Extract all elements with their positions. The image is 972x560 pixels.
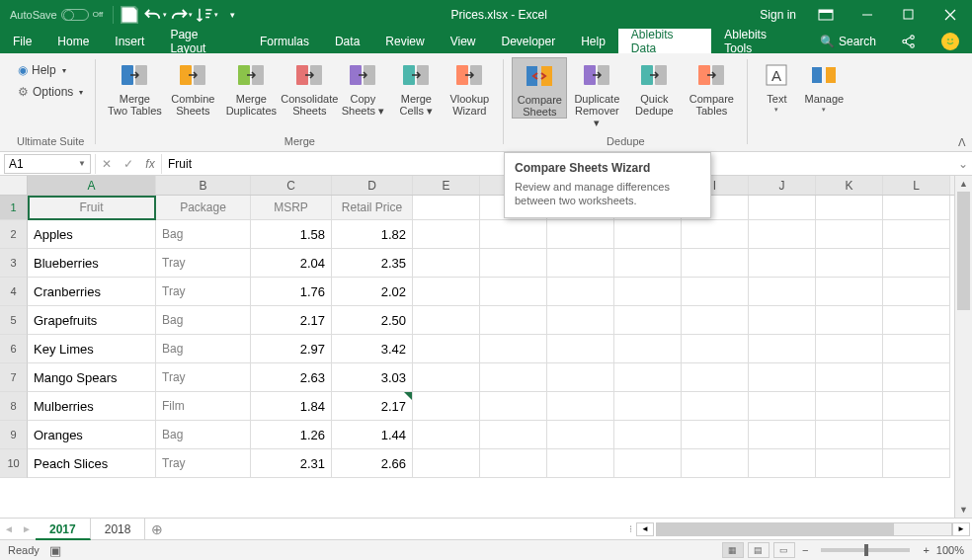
cell[interactable]	[816, 306, 883, 335]
cell[interactable]: 3.03	[332, 363, 413, 392]
column-header-D[interactable]: D	[332, 176, 413, 195]
cell[interactable]: 2.04	[251, 249, 332, 278]
cell[interactable]	[547, 335, 614, 363]
header-cell-package[interactable]: Package	[156, 196, 251, 220]
scroll-thumb[interactable]	[957, 192, 970, 310]
sheet-tab-2018[interactable]: 2018	[91, 519, 146, 540]
collapse-ribbon-icon[interactable]: ᐱ	[958, 136, 966, 149]
sheet-tab-2017[interactable]: 2017	[36, 519, 91, 540]
merge-duplicates-button[interactable]: MergeDuplicates	[220, 57, 282, 117]
cell[interactable]	[749, 220, 816, 249]
cell[interactable]: Apples	[28, 220, 156, 249]
close-button[interactable]	[932, 0, 968, 29]
cell[interactable]	[547, 363, 614, 392]
cell[interactable]	[749, 196, 816, 220]
cell[interactable]	[547, 249, 614, 278]
cell[interactable]	[413, 220, 480, 249]
combine-sheets-button[interactable]: CombineSheets	[167, 57, 218, 117]
cell[interactable]	[413, 196, 480, 220]
select-all-corner[interactable]	[0, 176, 28, 195]
cell[interactable]	[816, 392, 883, 421]
sheet-nav-prev[interactable]: ◄	[0, 523, 18, 534]
cell[interactable]	[682, 449, 749, 478]
cell[interactable]	[547, 392, 614, 421]
cell[interactable]	[682, 278, 749, 306]
cell[interactable]	[749, 335, 816, 363]
sort-icon[interactable]: ▾	[195, 3, 218, 27]
cell[interactable]	[413, 392, 480, 421]
cell[interactable]: Cranberries	[28, 278, 156, 306]
cell[interactable]: 2.35	[332, 249, 413, 278]
cell[interactable]	[547, 220, 614, 249]
row-header-8[interactable]: 8	[0, 392, 28, 421]
cell[interactable]	[816, 363, 883, 392]
cell[interactable]	[816, 220, 883, 249]
column-header-L[interactable]: L	[883, 176, 950, 195]
cell[interactable]: Tray	[156, 249, 251, 278]
tab-help[interactable]: Help	[568, 29, 618, 53]
tab-ablebits-tools[interactable]: Ablebits Tools	[711, 29, 807, 53]
tab-data[interactable]: Data	[322, 29, 372, 53]
cell[interactable]	[480, 363, 547, 392]
duplicate-remover-button[interactable]: DuplicateRemover ▾	[569, 57, 624, 128]
cell[interactable]	[883, 220, 950, 249]
cell[interactable]	[480, 220, 547, 249]
cell[interactable]	[883, 278, 950, 306]
cell[interactable]	[816, 421, 883, 449]
cell[interactable]	[413, 335, 480, 363]
view-page-break-icon[interactable]: ▭	[773, 542, 795, 558]
options-button[interactable]: ⚙Options▾	[14, 81, 87, 103]
cell[interactable]	[749, 449, 816, 478]
cell[interactable]: Tray	[156, 449, 251, 478]
zoom-level[interactable]: 100%	[936, 544, 964, 556]
cell[interactable]: 1.58	[251, 220, 332, 249]
merge-two-tables-button[interactable]: MergeTwo Tables	[104, 57, 165, 117]
column-header-B[interactable]: B	[156, 176, 251, 195]
cell[interactable]	[749, 249, 816, 278]
scroll-down-icon[interactable]: ▼	[955, 502, 972, 518]
cell[interactable]	[682, 363, 749, 392]
share-button[interactable]	[889, 35, 929, 48]
cell[interactable]	[749, 306, 816, 335]
row-header-6[interactable]: 6	[0, 335, 28, 363]
cell[interactable]	[614, 220, 682, 249]
cell[interactable]	[883, 392, 950, 421]
cell[interactable]	[547, 278, 614, 306]
cell[interactable]	[883, 363, 950, 392]
add-sheet-button[interactable]: ⊕	[145, 521, 169, 537]
row-header-9[interactable]: 9	[0, 421, 28, 449]
cell[interactable]	[883, 421, 950, 449]
cell[interactable]	[883, 335, 950, 363]
hscroll-right[interactable]: ►	[952, 522, 970, 536]
row-header-7[interactable]: 7	[0, 363, 28, 392]
qat-more-icon[interactable]: ▾	[220, 3, 244, 27]
header-cell-msrp[interactable]: MSRP	[251, 196, 332, 220]
cell[interactable]: Blueberries	[28, 249, 156, 278]
cell[interactable]	[883, 449, 950, 478]
cell[interactable]	[480, 278, 547, 306]
cell[interactable]	[682, 335, 749, 363]
cell[interactable]	[883, 196, 950, 220]
row-header-1[interactable]: 1	[0, 196, 28, 220]
cell[interactable]	[480, 421, 547, 449]
cell[interactable]	[547, 449, 614, 478]
row-header-4[interactable]: 4	[0, 278, 28, 306]
signin-button[interactable]: Sign in	[754, 6, 802, 24]
cell[interactable]: Bag	[156, 335, 251, 363]
cell[interactable]	[547, 306, 614, 335]
cell[interactable]	[682, 421, 749, 449]
autosave-toggle[interactable]: AutoSave Off	[4, 7, 109, 23]
cell[interactable]: 2.63	[251, 363, 332, 392]
minimize-button[interactable]	[850, 0, 885, 29]
help-button[interactable]: ◉Help▾	[14, 59, 87, 81]
column-header-K[interactable]: K	[816, 176, 883, 195]
redo-button[interactable]: ▾	[169, 3, 193, 27]
cell[interactable]	[883, 249, 950, 278]
cell[interactable]: 2.02	[332, 278, 413, 306]
tab-page-layout[interactable]: Page Layout	[157, 29, 247, 53]
zoom-slider[interactable]	[821, 548, 910, 552]
tab-view[interactable]: View	[438, 29, 489, 53]
row-header-3[interactable]: 3	[0, 249, 28, 278]
cell[interactable]: 2.50	[332, 306, 413, 335]
cell[interactable]	[480, 249, 547, 278]
